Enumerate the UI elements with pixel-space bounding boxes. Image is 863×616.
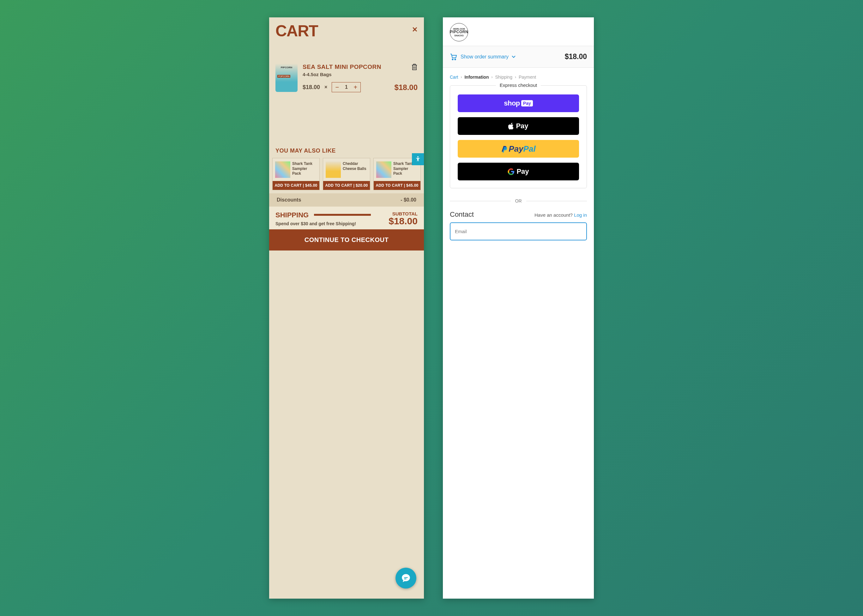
chat-icon[interactable]: [396, 568, 417, 589]
breadcrumb-cart[interactable]: Cart: [450, 75, 458, 80]
close-icon[interactable]: ✕: [412, 23, 418, 34]
item-name: SEA SALT MINI POPCORN: [303, 63, 390, 71]
breadcrumb-payment: Payment: [519, 75, 536, 80]
line-total: $18.00: [395, 83, 418, 92]
svg-point-8: [452, 59, 453, 60]
brand-logo[interactable]: HEIRLOOM PIPCORN SNACKS: [450, 23, 468, 41]
express-checkout-box: Express checkout shopPay Pay PayPal Pay: [450, 85, 587, 188]
svg-rect-6: [404, 577, 407, 578]
ymal-card: Cheddar Cheese Balls ADD TO CART | $20.0…: [323, 158, 370, 190]
shop-pay-button[interactable]: shopPay: [458, 94, 579, 112]
discounts-row: Discounts - $0.00: [269, 193, 424, 207]
shipping-progress-bar: [314, 214, 371, 216]
chevron-right-icon: ›: [491, 75, 492, 79]
chevron-right-icon: ›: [515, 75, 516, 79]
accessibility-icon[interactable]: [412, 153, 424, 165]
summary-total: $18.00: [565, 52, 587, 61]
unit-price: $18.00: [303, 84, 320, 91]
apple-pay-button[interactable]: Pay: [458, 117, 579, 135]
email-field[interactable]: Email: [450, 222, 587, 240]
discounts-label: Discounts: [277, 197, 301, 203]
continue-checkout-button[interactable]: CONTINUE TO CHECKOUT: [269, 229, 424, 250]
cart-header: CART ✕: [269, 17, 424, 42]
qty-increase-button[interactable]: +: [350, 84, 360, 91]
subtotal-block: SUBTOTAL $18.00: [388, 211, 418, 226]
express-checkout-label: Express checkout: [496, 82, 541, 88]
google-pay-button[interactable]: Pay: [458, 163, 579, 181]
subtotal-value: $18.00: [388, 216, 418, 226]
add-to-cart-button[interactable]: ADD TO CART | $20.00: [323, 181, 370, 190]
qty-decrease-button[interactable]: −: [332, 84, 342, 91]
shipping-title: SHIPPING: [275, 211, 309, 219]
product-image: [275, 63, 297, 92]
brand-bottom: SNACKS: [454, 35, 464, 37]
ymal-card: Shark Tank Sampler Pack ADD TO CART | $4…: [272, 158, 320, 190]
trash-icon[interactable]: [411, 63, 418, 72]
svg-point-5: [417, 156, 418, 158]
qty-value: 1: [342, 84, 350, 90]
shipping-message: Spend over $30 and get free Shipping!: [275, 221, 388, 226]
ymal-thumb: [326, 162, 341, 178]
google-pay-logo-icon: Pay: [508, 167, 529, 176]
logo-row: HEIRLOOM PIPCORN SNACKS: [443, 17, 594, 46]
chevron-right-icon: ›: [461, 75, 462, 79]
breadcrumb-information: Information: [464, 75, 489, 80]
chevron-down-icon: [512, 56, 516, 58]
ymal-thumb: [376, 162, 391, 178]
checkout-panel: HEIRLOOM PIPCORN SNACKS Show order summa…: [443, 17, 594, 599]
or-label: OR: [515, 198, 522, 203]
multiply-symbol: ×: [324, 84, 327, 90]
shop-pay-logo-icon: shopPay: [504, 99, 533, 107]
svg-rect-0: [413, 65, 417, 70]
apple-pay-logo-icon: Pay: [508, 122, 528, 130]
item-right-column: $18.00: [395, 63, 418, 92]
paypal-logo-icon: PayPal: [501, 144, 535, 154]
contact-header-row: Contact Have an account? Log in: [443, 211, 594, 222]
cart-icon: [450, 53, 457, 60]
ymal-thumb: [275, 162, 290, 178]
item-size: 4-4.5oz Bags: [303, 72, 390, 77]
breadcrumb-shipping: Shipping: [495, 75, 512, 80]
ymal-heading: YOU MAY ALSO LIKE: [269, 148, 424, 154]
brand-main: PIPCORN: [450, 30, 468, 34]
order-summary-toggle[interactable]: Show order summary $18.00: [443, 46, 594, 68]
login-link[interactable]: Log in: [574, 212, 587, 218]
ymal-name: Cheddar Cheese Balls: [343, 162, 367, 178]
add-to-cart-button[interactable]: ADD TO CART | $45.00: [374, 181, 420, 190]
svg-rect-7: [404, 578, 406, 579]
svg-point-9: [454, 59, 456, 60]
cart-panel: CART ✕ SEA SALT MINI POPCORN 4-4.5oz Bag…: [269, 17, 424, 599]
summary-link-text: Show order summary: [461, 54, 509, 60]
item-price-row: $18.00 × − 1 +: [303, 82, 390, 92]
shipping-section: SHIPPING Spend over $30 and get free Shi…: [269, 207, 424, 229]
contact-title: Contact: [450, 211, 474, 218]
item-details: SEA SALT MINI POPCORN 4-4.5oz Bags $18.0…: [303, 63, 390, 92]
ymal-name: Shark Tank Sampler Pack: [292, 162, 317, 178]
cart-item-row: SEA SALT MINI POPCORN 4-4.5oz Bags $18.0…: [269, 55, 424, 96]
paypal-button[interactable]: PayPal: [458, 140, 579, 158]
discounts-value: - $0.00: [401, 197, 417, 203]
ymal-row: Shark Tank Sampler Pack ADD TO CART | $4…: [269, 154, 424, 193]
cart-title: CART: [275, 23, 318, 39]
or-divider: OR: [443, 188, 594, 211]
svg-rect-4: [413, 64, 415, 65]
quantity-stepper: − 1 +: [332, 82, 361, 92]
login-prompt: Have an account? Log in: [534, 212, 587, 218]
add-to-cart-button[interactable]: ADD TO CART | $45.00: [273, 181, 319, 190]
